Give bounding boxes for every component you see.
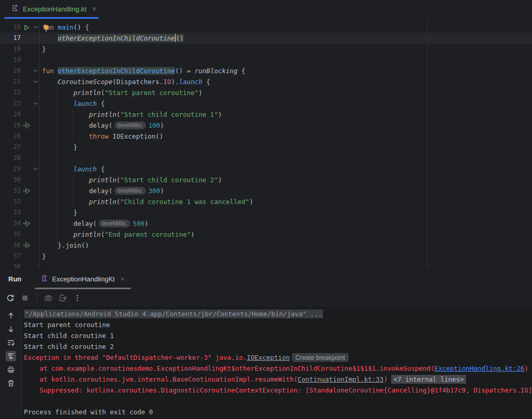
close-icon[interactable]: ×	[92, 5, 96, 12]
code-text: }.join()	[39, 240, 532, 251]
code-line-36[interactable]: 36 }.join()	[0, 240, 532, 251]
run-tool-window-title: Run	[8, 275, 21, 283]
code-line-37[interactable]: 37}	[0, 251, 532, 262]
parameter-hint: timeMillis:	[114, 187, 145, 195]
gutter-icon-slot	[21, 33, 32, 44]
line-number: 32	[0, 196, 21, 207]
code-line-34[interactable]: 34 delay(timeMillis:500)	[0, 218, 532, 229]
more-options-button[interactable]	[71, 292, 84, 304]
code-line-27[interactable]: 27 }	[0, 142, 532, 153]
stop-button[interactable]	[19, 292, 31, 304]
stacktrace-link[interactable]: ContinuationImpl.kt:33	[298, 375, 384, 383]
error-text: )	[383, 375, 391, 383]
chevron-down-icon[interactable]	[33, 24, 38, 30]
token: }.join()	[42, 241, 89, 249]
code-text: otherExceptionInChildCoroutine()	[39, 33, 532, 44]
gutter-icon-slot	[21, 174, 32, 185]
run-tool-window-header: Run ExceptionHandlingKt ×	[0, 269, 532, 289]
code-line-16[interactable]: 16fun main() {	[0, 22, 532, 33]
fold-slot	[32, 153, 39, 164]
chevron-down-icon[interactable]	[33, 79, 38, 85]
code-line-28[interactable]: 28	[0, 153, 532, 164]
line-number: 16	[0, 22, 21, 33]
code-text: launch {	[39, 164, 532, 174]
gutter-icon-slot	[21, 142, 32, 153]
stdout-text: Start child coroutine 1	[24, 332, 114, 340]
code-line-23[interactable]: 23 launch {	[0, 98, 532, 109]
exit-arrow-button[interactable]	[57, 292, 69, 304]
suspend-point-icon	[22, 241, 31, 249]
stacktrace-link[interactable]: IOException	[247, 354, 290, 361]
printer-button[interactable]	[6, 364, 16, 375]
token: 100	[149, 121, 161, 129]
code-line-30[interactable]: 30 println("Start child coroutine 2")	[0, 174, 532, 185]
code-line-33[interactable]: 33 }	[0, 207, 532, 218]
stdout-text: Start child coroutine 2	[24, 343, 114, 350]
chevron-down-icon[interactable]	[33, 101, 38, 106]
code-line-29[interactable]: 29 launch {	[0, 164, 532, 174]
code-line-19[interactable]: 19	[0, 55, 532, 65]
up-arrow-button[interactable]	[6, 310, 16, 321]
line-number: 28	[0, 153, 21, 164]
gutter-icon-slot	[21, 218, 32, 229]
code-line-31[interactable]: 31 delay(timeMillis:300)	[0, 185, 532, 196]
console-output[interactable]: "/Applications/Android Studio 4.app/Cont…	[22, 307, 532, 419]
folded-lines-badge[interactable]: <7 internal lines>	[391, 375, 466, 384]
token	[42, 176, 89, 184]
gutter-icon-slot	[21, 76, 32, 87]
code-line-20[interactable]: 20fun otherExceptionInChildCoroutine() =…	[0, 65, 532, 76]
code-line-24[interactable]: 24 println("Start child coroutine 1")	[0, 109, 532, 120]
soft-wrap-button[interactable]	[6, 337, 16, 348]
token: () =	[175, 67, 195, 75]
fold-slot	[32, 55, 39, 65]
fold-slot	[32, 44, 39, 55]
code-line-35[interactable]: 35 println("End parent coroutine")	[0, 229, 532, 240]
camera-button[interactable]	[42, 292, 55, 304]
run-tab-exceptionhandlingkt[interactable]: ExceptionHandlingKt ×	[35, 269, 130, 289]
code-line-17[interactable]: 17 otherExceptionInChildCoroutine()	[0, 33, 532, 44]
stacktrace-link[interactable]: ExceptionHandling.kt:26	[434, 364, 524, 372]
token: }	[42, 45, 46, 53]
code-line-21[interactable]: 21 CoroutineScope(Dispatchers.IO).launch…	[0, 76, 532, 87]
chevron-right-icon[interactable]	[22, 376, 22, 387]
code-line-18[interactable]: 18}	[0, 44, 532, 55]
token: (	[116, 111, 121, 118]
trash-button[interactable]	[6, 378, 16, 388]
code-line-38[interactable]: 38	[0, 262, 532, 268]
editor-tab-exceptionhandling[interactable]: ExceptionHandling.kt ×	[4, 0, 102, 18]
toolbar-separator	[36, 294, 37, 302]
close-icon[interactable]: ×	[121, 275, 125, 283]
code-text: delay(timeMillis:500)	[39, 218, 532, 229]
run-icon[interactable]	[23, 24, 30, 31]
chevron-down-icon[interactable]	[33, 68, 38, 74]
code-text	[39, 55, 532, 65]
token	[42, 165, 73, 173]
rerun-icon	[6, 294, 15, 302]
gutter-icon-slot	[21, 196, 32, 207]
rerun-button[interactable]	[4, 292, 17, 304]
code-text	[39, 153, 532, 164]
console-line	[24, 396, 532, 407]
line-number: 36	[0, 240, 21, 251]
code-editor[interactable]: 16fun main() {17 otherExceptionInChildCo…	[0, 19, 532, 268]
token: main	[58, 23, 73, 31]
code-line-22[interactable]: 22 println("Start parent coroutine")	[0, 87, 532, 98]
console-line: Exception in thread "DefaultDispatcher-w…	[24, 352, 532, 363]
code-line-26[interactable]: 26 throw IOException()	[0, 131, 532, 142]
code-line-32[interactable]: 32 println("Child coroutine 1 was cancel…	[0, 196, 532, 207]
code-line-25[interactable]: 25 delay(timeMillis:100)	[0, 120, 532, 131]
parameter-hint: timeMillis:	[114, 121, 145, 129]
kotlin-file-icon	[41, 275, 48, 284]
token: {	[237, 67, 245, 75]
line-number: 22	[0, 87, 21, 98]
token: otherExceptionInChildCoroutine	[58, 67, 175, 75]
line-number: 30	[0, 174, 21, 185]
scroll-to-end-button[interactable]	[6, 351, 16, 361]
line-number: 17	[0, 33, 21, 44]
chevron-down-icon[interactable]	[33, 166, 38, 172]
console-area: "/Applications/Android Studio 4.app/Cont…	[0, 307, 532, 419]
fold-slot	[32, 120, 39, 131]
run-toolbar	[0, 289, 532, 306]
down-arrow-button[interactable]	[6, 324, 16, 334]
create-breakpoint-hint[interactable]: Create breakpoint	[292, 353, 349, 362]
